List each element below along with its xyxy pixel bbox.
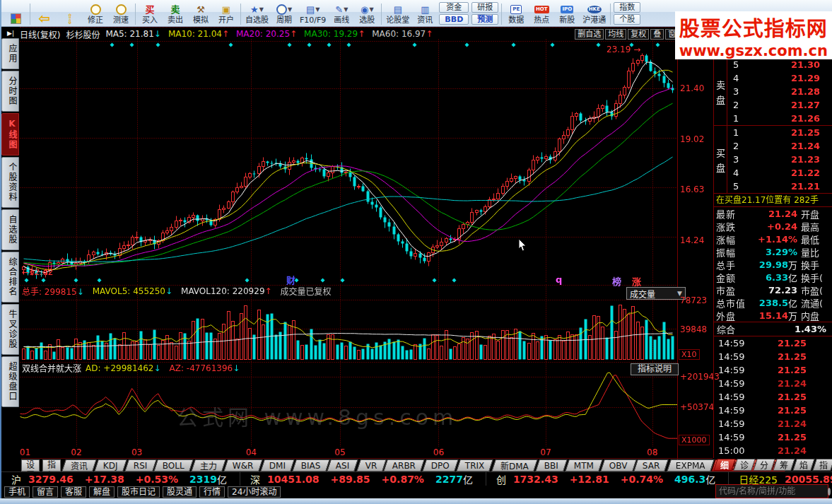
sidebar-item-超级盘口[interactable]: 超级盘口 bbox=[1, 356, 19, 407]
sidebar-item-应用[interactable]: 应用 bbox=[1, 38, 19, 69]
indtab-W&R[interactable]: W&R bbox=[223, 459, 262, 471]
indtab-BBI[interactable]: BBI bbox=[535, 459, 568, 471]
sidebar-item-个股资料[interactable]: 个股资料 bbox=[1, 157, 19, 208]
toolbar-buy-button[interactable]: 买买入 bbox=[137, 0, 163, 25]
quote-tab-焰[interactable]: 焰 bbox=[792, 459, 815, 471]
toolbar-speedtest-button[interactable]: 测速 bbox=[108, 0, 134, 25]
volume-type-dropdown[interactable]: 成交量 ▼ bbox=[626, 287, 686, 300]
toolbar-revise-button[interactable]: 修正 bbox=[83, 0, 108, 25]
sell-book: 卖盘 521.30421.29321.28221.27121.26 bbox=[714, 58, 832, 126]
sidebar-collapse-icon[interactable]: ▶| bbox=[1, 28, 20, 38]
sidebar-item-牛叉诊股[interactable]: 牛叉诊股 bbox=[1, 304, 19, 355]
toolbar-研报-button[interactable]: 研报 bbox=[471, 2, 498, 13]
toolbar-revise-button-icon bbox=[90, 4, 101, 16]
sidebar-item-自选股[interactable]: 自选股 bbox=[1, 209, 19, 250]
bottombar-股灵通-button[interactable]: 股灵通 bbox=[163, 486, 197, 498]
toolbar-f10-button[interactable]: ▤▼F10/F9 bbox=[297, 0, 329, 25]
tick-price: 21.25 bbox=[755, 392, 832, 402]
indtab-设置[interactable]: 设置 bbox=[21, 459, 40, 471]
search-input[interactable] bbox=[716, 486, 828, 496]
indtab-MTM[interactable]: MTM bbox=[565, 459, 603, 471]
indtab-OBV[interactable]: OBV bbox=[600, 459, 636, 471]
indtab-DPO[interactable]: DPO bbox=[423, 459, 459, 471]
tick-row: 14:5921.25 bbox=[714, 350, 832, 363]
sidebar-item-综合排名[interactable]: 综合排名 bbox=[1, 252, 19, 303]
quote-tab-分[interactable]: 分 bbox=[753, 459, 775, 471]
indtab-SAR[interactable]: SAR bbox=[633, 459, 669, 471]
order-book-row: 321.28 bbox=[727, 85, 832, 98]
toolbar-资金-button[interactable]: 资金 bbox=[439, 2, 469, 13]
indtab-新DMA[interactable]: 新DMA bbox=[491, 459, 537, 471]
page-arrows[interactable]: ⇧⇩ bbox=[57, 0, 83, 25]
sidebar-item-分时图[interactable]: 分时图 bbox=[1, 71, 19, 112]
tick-price: 21.24 bbox=[755, 445, 832, 456]
indtab-VR[interactable]: VR bbox=[356, 459, 386, 471]
bottombar-解盘-button[interactable]: 解盘 bbox=[89, 486, 115, 498]
period-label[interactable]: 日线(复权) bbox=[20, 28, 60, 40]
toolbar-sell-button[interactable]: 卖卖出 bbox=[163, 0, 188, 25]
toolbar-drawline-button[interactable]: ✎▼画线 bbox=[329, 0, 354, 25]
tick-time: 14:59 bbox=[714, 338, 755, 348]
indtab-KDJ[interactable]: KDJ bbox=[94, 459, 127, 471]
indtab-ARBR[interactable]: ARBR bbox=[384, 459, 426, 471]
toolbar-forum-button-label: 论股堂 bbox=[386, 16, 409, 25]
indtab-TRIX[interactable]: TRIX bbox=[457, 459, 494, 471]
indtab-BOLL[interactable]: BOLL bbox=[153, 459, 193, 471]
toolbar-stockpick-button[interactable]: ◉▼选股 bbox=[354, 0, 380, 25]
quote-tab-筹[interactable]: 筹 bbox=[773, 459, 795, 471]
toolbar-forum-button[interactable]: ▤论股堂 bbox=[383, 0, 412, 25]
quote-tab-指[interactable]: 指 bbox=[812, 459, 832, 471]
toolbar-BBD-button[interactable]: BBD bbox=[439, 14, 469, 25]
tick-time: 14:59 bbox=[714, 392, 755, 402]
bottombar-客服-button[interactable]: 客服 bbox=[61, 486, 86, 498]
kline-chart[interactable] bbox=[20, 39, 677, 283]
stat-value: +1.14% bbox=[753, 234, 797, 245]
indtab-资讯[interactable]: 资讯 bbox=[61, 459, 97, 471]
toolbar-hotspot-button[interactable]: HOT热点 bbox=[529, 0, 554, 25]
pane-field: AD: +29981462↓ bbox=[86, 363, 165, 373]
toolbar-预测-button[interactable]: 预测 bbox=[471, 14, 498, 25]
stat-value: 15.14 bbox=[753, 310, 788, 321]
stat-label: 最新 bbox=[714, 207, 753, 221]
titlebar-复权-button[interactable]: 复权 bbox=[628, 29, 649, 40]
stock-name[interactable]: 杉杉股份 bbox=[66, 28, 100, 40]
indtab-RSI[interactable]: RSI bbox=[124, 459, 156, 471]
bottombar-24小时滚动-button[interactable]: 24小时滚动 bbox=[228, 486, 281, 498]
tick-time: 14:59 bbox=[714, 351, 755, 362]
stat-value: 238.5 bbox=[753, 298, 788, 308]
indicator-help-button[interactable]: 指标说明 bbox=[631, 363, 679, 375]
indtab-主力[interactable]: 主力 bbox=[191, 459, 226, 471]
indtab-BIAS[interactable]: BIAS bbox=[292, 459, 329, 471]
toolbar-watchlist-button[interactable]: ★▼自选股 bbox=[242, 0, 271, 25]
bottombar-股市日记-button[interactable]: 股市日记 bbox=[117, 486, 160, 498]
toolbar-period-button[interactable]: ▼周期 bbox=[271, 0, 297, 25]
quote-tab-细[interactable]: 细 bbox=[713, 459, 736, 471]
indtab-DMI[interactable]: DMI bbox=[260, 459, 295, 471]
toolbar-news-button[interactable]: ▥资讯 bbox=[412, 0, 438, 25]
toolbar-simulate-button[interactable]: ⚒模拟 bbox=[188, 0, 213, 25]
toolbar-data-button[interactable]: PE数据 bbox=[503, 0, 529, 25]
order-price: 21.28 bbox=[749, 86, 832, 97]
bottombar-手机-button[interactable]: 手机 bbox=[4, 486, 30, 498]
sidebar-item-K线图[interactable]: K线图 bbox=[1, 113, 19, 156]
indtab-ASI[interactable]: ASI bbox=[327, 459, 359, 471]
toolbar-hk-connect-button[interactable]: HKE沪港通 bbox=[580, 0, 609, 25]
titlebar-均线-button[interactable]: 均线 bbox=[605, 29, 626, 40]
logo-grid-icon[interactable] bbox=[3, 0, 28, 25]
stat-right-label: 流通( bbox=[801, 296, 832, 310]
titlebar-删自选-button[interactable]: 删自选 bbox=[575, 29, 604, 40]
toolbar-open-account-button[interactable]: ▣开户 bbox=[213, 0, 239, 25]
stat-label: 总手 bbox=[714, 258, 753, 271]
titlebar-叠-button[interactable]: 叠 bbox=[650, 29, 664, 40]
indtab-指标平台[interactable]: 指标平台 bbox=[42, 459, 61, 471]
toolbar-index-button[interactable]: 指数 bbox=[614, 2, 640, 13]
toolbar-stock-button[interactable]: 个股 bbox=[614, 14, 640, 25]
bottombar-行情-button[interactable]: 行情 bbox=[199, 486, 225, 498]
bottombar-留言-button[interactable]: 留言 bbox=[33, 486, 58, 498]
stock-search-box[interactable] bbox=[715, 484, 828, 498]
back-button[interactable]: ⇦ bbox=[32, 0, 57, 25]
toolbar-watchlist-button-icon: ★▼ bbox=[250, 4, 264, 16]
quote-tab-诊[interactable]: 诊 bbox=[733, 459, 756, 471]
indtab-EXPMA[interactable]: EXPMA bbox=[667, 459, 714, 471]
toolbar-ipo-button[interactable]: IPO新股 bbox=[554, 0, 580, 25]
